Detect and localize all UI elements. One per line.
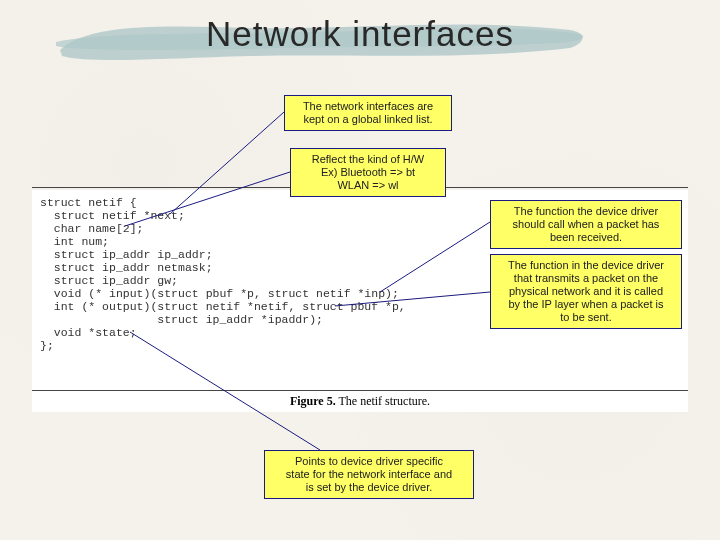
note-hw-kind: Reflect the kind of H/W Ex) Bluetooth =>… — [290, 148, 446, 197]
note-linked-list: The network interfaces are kept on a glo… — [284, 95, 452, 131]
caption-text: The netif structure. — [338, 394, 430, 408]
note-output-fn: The function in the device driver that t… — [490, 254, 682, 329]
caption-prefix: Figure 5. — [290, 394, 336, 408]
slide-title: Network interfaces — [0, 14, 720, 54]
figure-caption: Figure 5. The netif structure. — [32, 390, 688, 412]
note-state-ptr: Points to device driver specific state f… — [264, 450, 474, 499]
note-input-fn: The function the device driver should ca… — [490, 200, 682, 249]
